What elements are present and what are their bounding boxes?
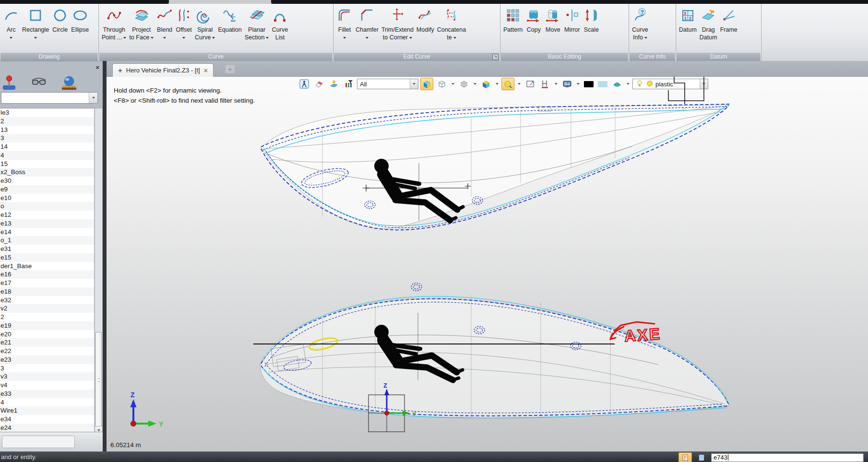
dropdown-arrow-icon [34, 37, 37, 40]
list-item[interactable]: v4 [0, 381, 94, 390]
dropdown-arrow-icon [266, 37, 269, 40]
list-item[interactable]: o [0, 202, 94, 211]
input-mode-button[interactable] [678, 452, 692, 462]
list-item[interactable]: 15 [0, 160, 94, 168]
pattern-icon [505, 5, 521, 26]
list-item[interactable]: 3 [0, 364, 94, 373]
list-item[interactable]: 13 [0, 126, 94, 134]
list-item[interactable]: e31 [0, 245, 94, 253]
tab-hero-vehicle[interactable]: + Hero Vehicle Final2.Z3 - [t] × [112, 63, 214, 77]
new-tab-button[interactable]: + [226, 65, 235, 73]
list-item[interactable]: x2_Boss [0, 168, 94, 177]
list-item[interactable]: der1_Base [0, 262, 94, 271]
list-item[interactable]: e30 [0, 177, 94, 185]
ribbon-button-fillet[interactable]: Fillet [335, 5, 354, 53]
ribbon-button-concatena-te[interactable]: Concatenate [436, 5, 467, 53]
ellipse-icon [72, 7, 88, 24]
list-item[interactable]: v2 [0, 304, 94, 313]
ribbon-button-chamfer[interactable]: Chamfer [354, 5, 380, 53]
ribbon-button-move[interactable]: Move [543, 5, 562, 53]
tab-close-icon[interactable]: × [204, 67, 208, 74]
list-item[interactable]: 2 [0, 117, 94, 126]
glasses-icon[interactable] [30, 75, 49, 93]
list-item[interactable]: e23 [0, 355, 94, 364]
ribbon-button-offset[interactable]: Offset [174, 5, 193, 53]
ribbon-button-ellipse[interactable]: Ellipse [70, 5, 90, 53]
dialog-launcher-icon[interactable]: ↘ [492, 54, 499, 60]
ribbon-button-drag-datum[interactable]: DragDatum [698, 5, 719, 53]
ribbon-button-pattern[interactable]: Pattern [502, 5, 524, 53]
datum-icon: 312 [679, 5, 696, 26]
equation-icon: Σ [222, 7, 238, 24]
render-sphere-icon[interactable] [59, 75, 79, 93]
ribbon-button-project-to-face[interactable]: Projectto Face [128, 5, 155, 53]
scrollbar-thumb[interactable] [95, 332, 102, 428]
ribbon-button-circle[interactable]: Circle [50, 5, 70, 53]
list-item[interactable]: e10 [0, 194, 94, 202]
list-item[interactable]: e20 [0, 330, 94, 339]
command-input[interactable]: e743 [711, 453, 864, 462]
command-log-button[interactable] [695, 453, 708, 462]
list-item[interactable]: e13 [0, 219, 94, 228]
list-item[interactable]: e24 [0, 424, 94, 432]
list-item[interactable]: e14 [0, 228, 94, 237]
list-item[interactable]: 4 [0, 151, 94, 160]
ribbon-button-through-point[interactable]: ThroughPoint ... [100, 5, 128, 53]
combo-dropdown-icon[interactable] [89, 93, 97, 103]
ribbon-button-mirror[interactable]: Mirror [562, 5, 582, 53]
list-item[interactable]: e33 [0, 390, 94, 398]
ribbon-button-spiral-curve[interactable]: SpiralCurve [193, 5, 216, 53]
sidebar-close-icon[interactable]: × [95, 64, 99, 71]
application-window: ArcRectangleCircleEllipseDrawingThroughP… [0, 0, 868, 462]
list-item[interactable]: o_1 [0, 236, 94, 245]
list-item[interactable]: v3 [0, 372, 94, 381]
ribbon-button-curve-list[interactable]: CurveList [270, 5, 289, 53]
offset-icon [176, 5, 192, 26]
scale-label: 6.05214 m [110, 441, 141, 449]
ribbon-button-copy[interactable]: Copy [524, 5, 543, 53]
ribbon-group-datum: 312DatumDragDatumFrameDatum [676, 4, 761, 61]
dropdown-arrow-icon [151, 37, 154, 40]
ribbon-button-scale[interactable]: Scale [582, 5, 601, 53]
sidebar-scrollbar[interactable] [95, 108, 103, 435]
document-tabbar: + Hero Vehicle Final2.Z3 - [t] × + [107, 61, 868, 77]
model-viewport[interactable]: Hold down <F2> for dynamic viewing. <F8>… [107, 77, 868, 451]
tab-plus-icon[interactable]: + [118, 66, 122, 74]
ribbon-button-arc[interactable]: Arc [1, 5, 21, 53]
list-item[interactable]: Wire1 [0, 406, 94, 415]
list-item[interactable]: e15 [0, 253, 94, 262]
list-item[interactable]: le3 [0, 108, 94, 117]
history-filter-combo[interactable] [1, 92, 98, 104]
list-item[interactable]: 2 [0, 313, 94, 321]
ribbon-group-basic-editing: PatternCopyMoveMirrorScaleBasic Editing [500, 4, 629, 61]
ribbon-button-frame[interactable]: Frame [719, 5, 739, 53]
ribbon-button-datum[interactable]: 312Datum [678, 5, 698, 53]
list-item[interactable]: e32 [0, 296, 94, 305]
list-item[interactable]: e9 [0, 185, 94, 194]
sidebar-divider[interactable] [103, 61, 107, 451]
list-item[interactable]: e18 [0, 287, 94, 296]
ribbon-button-equation[interactable]: ΣEquation [216, 5, 243, 53]
svg-text:Σ: Σ [230, 14, 236, 24]
ribbon-button-modify[interactable]: Modify [415, 5, 436, 53]
circle-icon [52, 7, 68, 24]
ribbon-button-rectangle[interactable]: Rectangle [21, 5, 50, 53]
ribbon-button-planar-section[interactable]: PlanarSection [243, 5, 271, 53]
list-item[interactable]: e12 [0, 211, 94, 219]
list-item[interactable]: e22 [0, 347, 94, 355]
list-item[interactable]: 3 [0, 134, 94, 142]
manipulator-icon[interactable] [0, 75, 19, 93]
ribbon-button-blend[interactable]: Blend [155, 5, 174, 53]
list-item[interactable]: 14 [0, 142, 94, 151]
rectangle-icon [27, 7, 44, 24]
ribbon-button-trim-extend-to-corner[interactable]: Trim/Extendto Corner [380, 5, 415, 53]
list-item[interactable]: e17 [0, 279, 94, 287]
list-item[interactable]: e34 [0, 415, 94, 424]
list-item[interactable]: e19 [0, 321, 94, 330]
list-item[interactable]: e21 [0, 338, 94, 347]
list-item[interactable]: 4 [0, 398, 94, 407]
list-item[interactable]: e16 [0, 270, 94, 279]
ribbon-button-curve-info[interactable]: ?CurveInfo [630, 5, 650, 53]
curve-list-icon [272, 7, 288, 24]
curve-info-icon: ? [632, 7, 648, 24]
